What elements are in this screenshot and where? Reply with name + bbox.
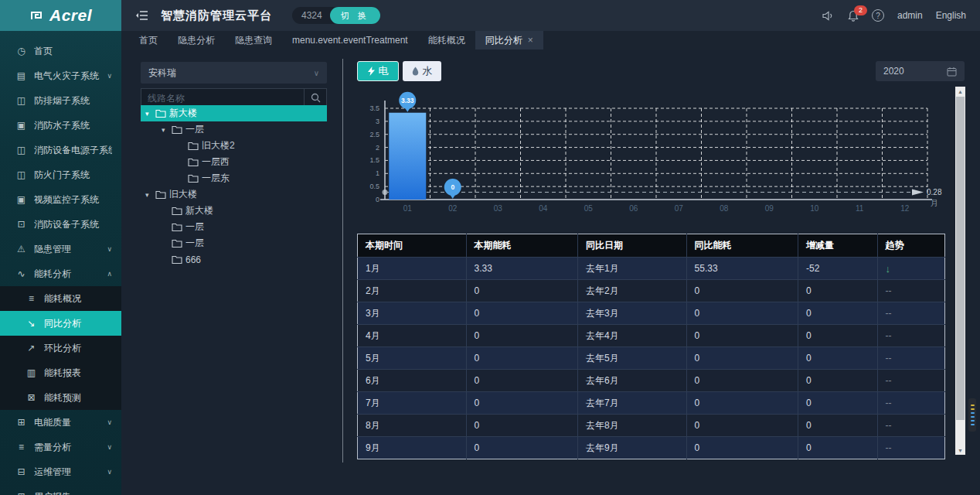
droplet-icon xyxy=(412,67,419,76)
sidebar-item-视频监控子系统[interactable]: ▣视频监控子系统 xyxy=(0,187,121,212)
calendar-icon: ⊞ xyxy=(15,417,27,428)
tab-label: 同比分析 xyxy=(485,34,522,47)
sidebar-item-电能质量[interactable]: ⊞电能质量∨ xyxy=(0,410,121,435)
table-cell: -- xyxy=(877,392,944,415)
table-row[interactable]: 4月0去年4月00-- xyxy=(358,325,945,347)
table-row[interactable]: 7月0去年7月00-- xyxy=(358,392,945,415)
caret-icon[interactable]: ▾ xyxy=(145,191,155,199)
app-window: Acrel ◷首页▤电气火灾子系统∨◫防排烟子系统▣消防水子系统◫消防设备电源子… xyxy=(0,0,980,495)
tree-node-一层[interactable]: 一层 xyxy=(141,235,327,251)
tree-node-旧大楼[interactable]: ▾ 旧大楼 xyxy=(141,186,327,203)
tab-能耗概况[interactable]: 能耗概况 xyxy=(418,31,475,50)
menu-fold-icon[interactable] xyxy=(135,10,148,21)
tab-隐患查询[interactable]: 隐患查询 xyxy=(225,31,282,50)
sidebar-item-能耗预测[interactable]: ⊠能耗预测 xyxy=(0,385,121,410)
sidebar-item-首页[interactable]: ◷首页 xyxy=(0,39,121,63)
sidebar-item-防火门子系统[interactable]: ◫防火门子系统 xyxy=(0,162,121,187)
sidebar-item-能耗分析[interactable]: ∿能耗分析∧ xyxy=(0,261,121,286)
sidebar-item-隐患管理[interactable]: ⚠隐患管理∨ xyxy=(0,237,121,261)
table-row[interactable]: 6月0去年6月00-- xyxy=(358,370,945,392)
trend-flat: -- xyxy=(886,420,892,431)
table-row[interactable]: 8月0去年8月00-- xyxy=(358,415,945,437)
switch-button[interactable]: 切 换 xyxy=(330,7,380,24)
tab-close-icon[interactable]: × xyxy=(528,35,533,46)
tree-node-新大楼[interactable]: ▾ 新大楼 xyxy=(141,105,327,121)
scrollbar-thumb[interactable] xyxy=(956,97,965,420)
user-name[interactable]: admin xyxy=(897,10,923,21)
svg-text:0: 0 xyxy=(451,183,454,191)
video-icon: ▣ xyxy=(15,194,27,205)
sidebar-item-防排烟子系统[interactable]: ◫防排烟子系统 xyxy=(0,88,121,113)
table-cell: 0 xyxy=(686,302,798,325)
sidebar-item-label: 消防设备子系统 xyxy=(34,218,112,231)
lock-icon: ◫ xyxy=(15,95,27,106)
tab-同比分析[interactable]: 同比分析× xyxy=(475,31,543,50)
sidebar-item-运维管理[interactable]: ⊟运维管理∨ xyxy=(0,459,121,484)
folder-icon xyxy=(188,142,202,151)
tree-node-一层[interactable]: 一层 xyxy=(141,219,327,235)
sidebar-item-同比分析[interactable]: ↘同比分析 xyxy=(0,311,121,336)
tab-label: 隐患分析 xyxy=(178,34,215,47)
table-row[interactable]: 1月3.33去年1月55.33-52↓ xyxy=(358,258,945,280)
sidebar-item-用户报告[interactable]: ⊞用户报告 xyxy=(0,484,121,495)
chevron-down-icon: ∨ xyxy=(107,418,112,426)
sidebar-item-label: 首页 xyxy=(34,45,112,58)
sidebar-item-消防水子系统[interactable]: ▣消防水子系统 xyxy=(0,113,121,138)
table-row[interactable]: 2月0去年2月00-- xyxy=(358,280,945,302)
scroll-down-arrow[interactable]: ▼ xyxy=(955,446,965,455)
speaker-icon[interactable] xyxy=(822,11,835,21)
table-cell: 1月 xyxy=(358,258,467,280)
table-cell: 0 xyxy=(466,325,577,347)
sidebar-item-消防设备子系统[interactable]: ⊡消防设备子系统 xyxy=(0,212,121,237)
year-picker[interactable]: 2020 xyxy=(876,61,965,81)
table-cell: 0 xyxy=(686,280,798,302)
tree-node-label: 一层东 xyxy=(202,172,230,185)
company-dropdown[interactable]: 安科瑞 ∨ xyxy=(141,62,327,84)
sidebar-item-label: 消防水子系统 xyxy=(34,119,112,132)
svg-text:2: 2 xyxy=(376,144,379,152)
electric-tab-button[interactable]: 电 xyxy=(357,61,399,81)
project-badge-group: 4324 切 换 xyxy=(292,7,380,24)
table-cell: 0 xyxy=(686,370,798,392)
table-cell: 0 xyxy=(686,347,798,370)
sidebar-item-环比分析[interactable]: ↗环比分析 xyxy=(0,336,121,360)
tree-node-一层东[interactable]: 一层东 xyxy=(141,170,327,186)
caret-icon[interactable]: ▾ xyxy=(145,110,155,118)
sidebar-item-label: 能耗预测 xyxy=(44,391,112,405)
help-icon[interactable]: ? xyxy=(872,9,884,22)
sidebar-item-电气火灾子系统[interactable]: ▤电气火灾子系统∨ xyxy=(0,63,121,88)
table-row[interactable]: 5月0去年5月00-- xyxy=(358,347,945,370)
table-cell: -- xyxy=(877,325,944,347)
tree-node-一层[interactable]: ▾ 一层 xyxy=(141,121,327,138)
trend-flat: -- xyxy=(886,330,892,341)
sidebar-item-消防设备电源子系统[interactable]: ◫消防设备电源子系统 xyxy=(0,138,121,162)
table-row[interactable]: 3月0去年3月00-- xyxy=(358,302,945,325)
water-tab-button[interactable]: 水 xyxy=(403,61,441,81)
caret-icon[interactable]: ▾ xyxy=(162,126,172,134)
scroll-up-arrow[interactable]: ▲ xyxy=(955,87,965,96)
tab-隐患分析[interactable]: 隐患分析 xyxy=(168,31,225,50)
vertical-scrollbar[interactable]: ▲ ▼ xyxy=(955,87,965,455)
brand-logo-text: Acrel xyxy=(49,6,92,25)
tree-node-一层西[interactable]: 一层西 xyxy=(141,154,327,170)
tree-node-旧大楼2[interactable]: 旧大楼2 xyxy=(141,138,327,154)
line-search-input[interactable] xyxy=(141,89,304,107)
table-cell: -52 xyxy=(798,258,877,280)
bell-icon[interactable]: 2 xyxy=(848,10,859,22)
table-row[interactable]: 9月0去年9月00-- xyxy=(358,437,945,459)
sidebar-item-能耗报表[interactable]: ▥能耗报表 xyxy=(0,360,121,385)
table-cell: 0 xyxy=(798,437,877,459)
tab-menu.event.eventTreatment[interactable]: menu.event.eventTreatment xyxy=(282,31,418,50)
table-cell: 0 xyxy=(466,370,577,392)
table-cell: 55.33 xyxy=(686,258,798,280)
svg-text:1: 1 xyxy=(376,169,379,177)
pulse-icon: ∿ xyxy=(15,268,27,279)
search-button[interactable] xyxy=(304,89,326,107)
sidebar-item-label: 防排烟子系统 xyxy=(34,94,112,108)
sidebar-item-能耗概况[interactable]: ≡能耗概况 xyxy=(0,286,121,311)
tab-首页[interactable]: 首页 xyxy=(129,31,168,50)
tree-node-666[interactable]: 666 xyxy=(141,251,327,268)
tree-node-新大楼[interactable]: 新大楼 xyxy=(141,203,327,219)
sidebar-item-需量分析[interactable]: ≡需量分析∨ xyxy=(0,435,121,459)
language-switcher[interactable]: English xyxy=(936,10,966,21)
